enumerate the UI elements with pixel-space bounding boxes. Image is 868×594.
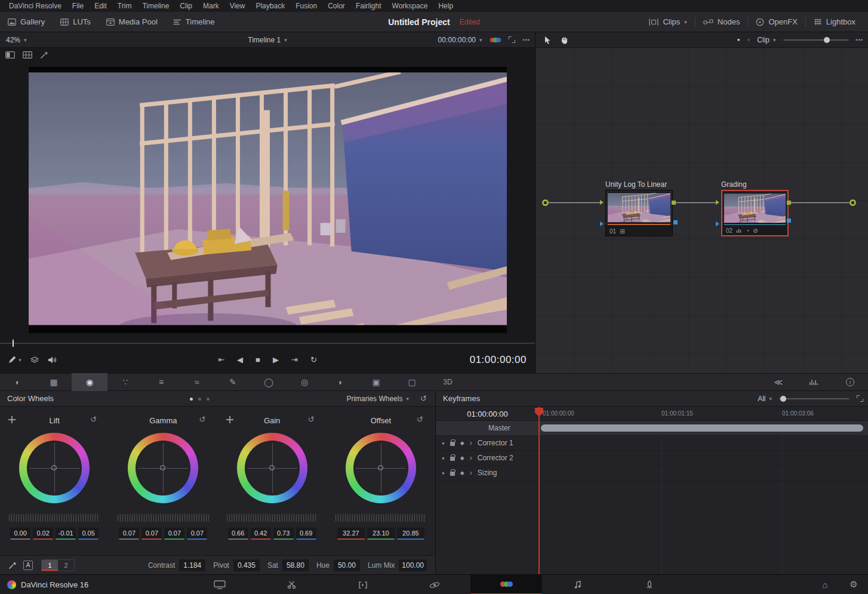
loop-button[interactable]: ↻ (310, 355, 317, 364)
gamma-value-r[interactable]: 0.07 (141, 528, 162, 540)
keyframes-zoom-thumb[interactable] (780, 396, 786, 402)
gain-value-g[interactable]: 0.73 (273, 528, 294, 540)
gamma-wheel[interactable] (128, 433, 198, 503)
node-canvas[interactable]: Unity Log To Linear 01 ⊞ Grading (535, 48, 868, 373)
blur-icon[interactable]: ◗ (322, 373, 358, 391)
openfx-button[interactable]: OpenFX (748, 12, 805, 32)
timeline-button[interactable]: Timeline (165, 12, 223, 32)
track-enable-icon[interactable]: ● (442, 441, 445, 446)
gamma-value-g[interactable]: 0.07 (164, 528, 184, 540)
node-tree-output-dot[interactable] (849, 199, 856, 206)
tab-page-1[interactable]: 1 (42, 560, 58, 571)
viewer-options-menu[interactable]: ••• (523, 37, 530, 43)
offset-value-g[interactable]: 23.10 (367, 528, 395, 540)
track-master-bar[interactable] (541, 424, 863, 432)
expand-track-icon[interactable]: › (470, 439, 472, 447)
lift-value-g[interactable]: -0.01 (56, 528, 76, 540)
reset-all-button[interactable]: ↺ (420, 391, 427, 407)
page-media-button[interactable] (184, 575, 256, 594)
camera-raw-icon[interactable]: ◐ (0, 373, 36, 391)
lift-master-slider[interactable] (9, 514, 100, 522)
qualifier-icon[interactable]: ✎ (215, 373, 251, 391)
track-enable-icon[interactable]: ● (442, 470, 445, 476)
media-pool-button[interactable]: Media Pool (99, 12, 165, 32)
hue-value[interactable]: 50.00 (334, 559, 360, 571)
keyframes-ruler[interactable]: 01:00:00:00 01:00:00:00 01:00:01:15 01:0… (436, 407, 868, 421)
track-enable-icon[interactable]: ● (442, 455, 445, 461)
tab-page-2[interactable]: 2 (58, 560, 74, 571)
gallery-button[interactable]: Gallery (0, 12, 53, 32)
menu-fairlight[interactable]: Fairlight (350, 0, 387, 12)
lift-wheel[interactable] (19, 433, 90, 503)
color-wheels-icon[interactable]: ◉ (72, 373, 107, 391)
split-screen-icon[interactable]: ≪ (761, 373, 796, 391)
node2-rgb-input[interactable] (716, 200, 719, 205)
track-sizing[interactable]: ● ◆ › Sizing (436, 466, 868, 481)
go-to-end-button[interactable]: ⇥ (291, 355, 298, 364)
gamma-master-slider[interactable] (118, 514, 208, 522)
node2-key-input[interactable] (716, 221, 719, 226)
offset-reset-button[interactable]: ↺ (417, 415, 423, 424)
node2[interactable]: 02 ◔ ⊘ (721, 190, 789, 236)
luts-button[interactable]: LUTs (53, 12, 99, 32)
gain-master-slider[interactable] (227, 514, 318, 522)
project-settings-gear-button[interactable]: ⚙ (839, 575, 868, 594)
page-fusion-button[interactable] (399, 575, 470, 594)
step-back-button[interactable]: ◀ (237, 355, 243, 364)
offset-wheel[interactable] (346, 433, 416, 503)
lock-icon[interactable] (450, 457, 455, 461)
menu-mark[interactable]: Mark (198, 0, 224, 12)
clips-button[interactable]: Clips ▾ (641, 12, 694, 32)
node-zoom-slider-thumb[interactable] (824, 37, 830, 43)
menu-color[interactable]: Color (322, 0, 350, 12)
node1-key-input[interactable] (600, 221, 604, 226)
node-view-select[interactable]: Clip ▾ (757, 36, 775, 44)
gamma-value-y[interactable]: 0.07 (119, 528, 139, 540)
page-deliver-button[interactable] (614, 575, 685, 594)
enhanced-viewer-wand-icon[interactable] (40, 51, 49, 59)
audio-mute-icon[interactable] (48, 356, 57, 364)
keyframe-diamond-icon[interactable]: ◆ (460, 470, 464, 476)
curves-icon[interactable]: ≈ (179, 373, 215, 391)
nodes-button[interactable]: Nodes (695, 12, 748, 32)
node-options-menu[interactable]: ••• (856, 37, 863, 43)
offset-value-r[interactable]: 32.27 (337, 528, 365, 540)
keyframes-zoom-slider[interactable] (779, 398, 849, 399)
page-fairlight-button[interactable] (542, 575, 614, 594)
viewer-scrub-bar[interactable] (0, 343, 535, 344)
node1-key-output[interactable] (673, 220, 678, 224)
select-cursor-icon[interactable] (544, 36, 551, 44)
menu-fusion[interactable]: Fusion (290, 0, 322, 12)
track-master[interactable]: Master (436, 421, 868, 436)
go-to-start-button[interactable]: ⇤ (218, 355, 224, 364)
menu-davinci-resolve[interactable]: DaVinci Resolve (4, 0, 67, 12)
auto-balance-wand-icon[interactable] (8, 561, 17, 570)
scopes-icon[interactable] (796, 373, 832, 391)
color-match-icon[interactable]: ▦ (36, 373, 72, 391)
wheel-page-dots[interactable] (190, 398, 210, 401)
node-zoom-slider[interactable] (783, 39, 849, 41)
gain-value-b[interactable]: 0.69 (296, 528, 316, 540)
node1-rgb-input[interactable] (600, 200, 604, 205)
keyframes-playhead[interactable] (538, 407, 540, 574)
wheels-mode-select[interactable]: Primaries Wheels ▾ (346, 391, 409, 406)
gamma-reset-button[interactable]: ↺ (199, 415, 206, 424)
timeline-select[interactable]: Timeline 1 ▾ (248, 32, 287, 47)
offset-value-b[interactable]: 20.85 (397, 528, 424, 540)
lift-value-r[interactable]: 0.02 (33, 528, 53, 540)
key-icon[interactable]: ▣ (358, 373, 394, 391)
offset-master-slider[interactable] (335, 514, 426, 522)
node2-rgb-output[interactable] (787, 201, 791, 205)
info-icon[interactable]: i (832, 373, 868, 391)
wipe-modes-icon[interactable] (30, 356, 39, 364)
page-edit-button[interactable] (327, 575, 399, 594)
menu-view[interactable]: View (224, 0, 251, 12)
lum-mix-value[interactable]: 100.00 (399, 559, 427, 571)
viewer-timecode-select[interactable]: 00:00:00:00 ▾ (438, 36, 482, 44)
menu-clip[interactable]: Clip (174, 0, 198, 12)
menu-timeline[interactable]: Timeline (137, 0, 174, 12)
expand-track-icon[interactable]: › (470, 454, 472, 462)
page-color-button[interactable] (470, 575, 542, 594)
gamma-value-b[interactable]: 0.07 (187, 528, 207, 540)
split-view-icon[interactable] (5, 51, 15, 59)
